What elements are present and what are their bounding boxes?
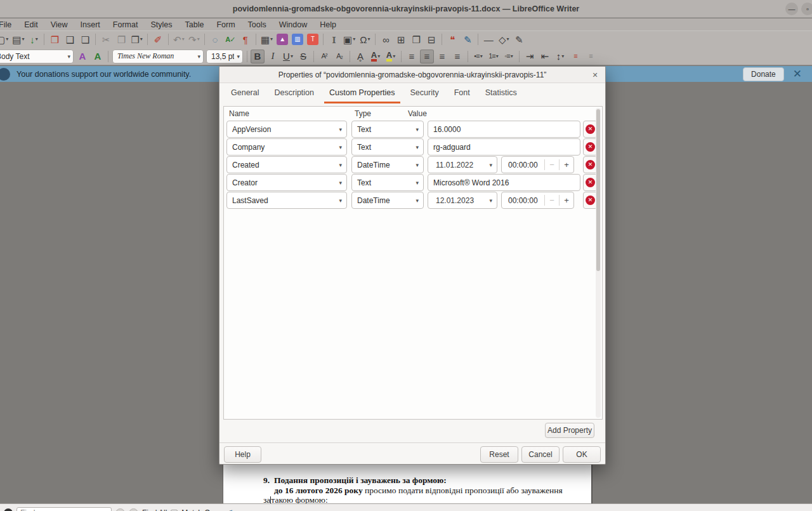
track-changes-icon[interactable]: ✎ — [461, 32, 475, 46]
dialog-close-icon[interactable]: ✕ — [590, 70, 600, 80]
tab-font[interactable]: Font — [449, 86, 475, 103]
save-icon[interactable]: ↓▾ — [27, 32, 41, 46]
open-icon[interactable]: ▤▾ — [11, 32, 25, 46]
insert-field-icon[interactable]: ▣▾ — [342, 32, 357, 46]
paste-icon[interactable]: ❒▾ — [129, 32, 143, 46]
property-type-select[interactable]: Text▾ — [351, 174, 424, 191]
tab-statistics[interactable]: Statistics — [480, 86, 522, 103]
align-left-icon[interactable]: ≡ — [405, 50, 419, 63]
superscript-icon[interactable]: A² — [317, 50, 331, 63]
property-value-input[interactable]: 16.0000 — [428, 121, 580, 138]
underline-icon[interactable]: U▾ — [281, 50, 295, 63]
menu-format[interactable]: Format — [107, 20, 145, 30]
dialog-scrollbar[interactable] — [596, 108, 601, 418]
character-style-icon[interactable]: Ḁ — [353, 50, 367, 63]
update-style-icon[interactable]: A — [75, 50, 89, 63]
property-date-select[interactable]: 12.01.2023▾ — [428, 192, 497, 209]
scrollbar-thumb[interactable] — [596, 109, 600, 271]
help-button[interactable]: Help — [224, 446, 261, 463]
add-property-button[interactable]: Add Property — [545, 423, 594, 438]
align-center-icon[interactable]: ≡ — [420, 50, 434, 63]
italic-icon[interactable]: I — [266, 50, 280, 63]
font-name-select[interactable]: Times New Roman▾ — [112, 50, 204, 63]
insert-line-icon[interactable]: — — [481, 32, 495, 46]
highlight-color-icon[interactable]: A▾ — [384, 50, 398, 63]
property-type-select[interactable]: DateTime▾ — [351, 192, 424, 209]
bookmark-icon[interactable]: ❐ — [409, 32, 423, 46]
footnote-icon[interactable]: ⊞ — [394, 32, 408, 46]
font-size-select[interactable]: 13,5 pt▾ — [206, 50, 243, 63]
print-preview-icon[interactable]: ❏ — [78, 32, 92, 46]
tab-description[interactable]: Description — [269, 86, 319, 103]
insert-image-icon[interactable]: ▲ — [275, 32, 289, 46]
paragraph-spacing-increase-icon[interactable]: ≡ — [568, 50, 582, 63]
menu-edit[interactable]: Edit — [18, 20, 44, 30]
paragraph-spacing-decrease-icon[interactable]: ≡ — [584, 50, 598, 63]
reset-button[interactable]: Reset — [480, 446, 518, 463]
property-value-input[interactable]: Microsoft® Word 2016 — [428, 174, 580, 191]
find-input[interactable]: Find ▾ — [16, 507, 112, 511]
export-pdf-icon[interactable]: ❒ — [48, 32, 62, 46]
property-name-select[interactable]: LastSaved▾ — [226, 192, 347, 209]
redo-icon[interactable]: ↷▾ — [187, 32, 201, 46]
cancel-button[interactable]: Cancel — [521, 446, 560, 463]
insert-comment-icon[interactable]: ❝ — [445, 32, 459, 46]
property-name-select[interactable]: Created▾ — [226, 156, 347, 173]
menu-window[interactable]: Window — [273, 20, 313, 30]
infobar-close-icon[interactable]: ✕ — [793, 67, 802, 81]
increase-indent-icon[interactable]: ⇥ — [523, 50, 537, 63]
align-right-icon[interactable]: ≡ — [435, 50, 449, 63]
dialog-titlebar[interactable]: Properties of “povidomlennia-gromadske-o… — [219, 67, 605, 83]
ok-button[interactable]: OK — [563, 446, 601, 463]
tab-security[interactable]: Security — [405, 86, 444, 103]
menu-tools[interactable]: Tools — [242, 20, 273, 30]
tab-general[interactable]: General — [226, 86, 264, 103]
menu-table[interactable]: Table — [178, 20, 210, 30]
property-value-input[interactable]: rg-adguard — [428, 138, 580, 156]
insert-table-icon[interactable]: ▦▾ — [259, 32, 274, 46]
special-character-icon[interactable]: Ω▾ — [358, 32, 372, 46]
menu-insert[interactable]: Insert — [74, 20, 107, 30]
font-color-icon[interactable]: A▾ — [369, 50, 383, 63]
new-document-icon[interactable]: ▢▾ — [0, 32, 10, 46]
find-next-button[interactable] — [129, 508, 138, 511]
menu-styles[interactable]: Styles — [144, 20, 178, 30]
find-replace-icon[interactable]: ◌ — [208, 32, 222, 46]
time-decrement-button[interactable]: − — [545, 196, 559, 205]
maximize-button[interactable]: ▫ — [801, 3, 812, 15]
tab-custom-properties[interactable]: Custom Properties — [324, 86, 400, 103]
find-all-label[interactable]: Find All — [142, 508, 167, 511]
formatting-marks-icon[interactable]: ¶ — [239, 32, 252, 46]
unordered-list-icon[interactable]: •≡▾ — [471, 50, 485, 63]
time-decrement-button[interactable]: − — [545, 160, 559, 169]
find-previous-button[interactable] — [115, 508, 125, 511]
hyperlink-icon[interactable]: ∞ — [379, 32, 393, 46]
align-justify-icon[interactable]: ≡ — [450, 50, 464, 63]
cut-icon[interactable]: ✂ — [99, 32, 113, 46]
property-type-select[interactable]: DateTime▾ — [351, 156, 424, 173]
donate-button[interactable]: Donate — [743, 67, 784, 81]
spelling-icon[interactable]: A✓ — [223, 32, 237, 46]
undo-icon[interactable]: ↶▾ — [172, 32, 186, 46]
strikethrough-icon[interactable]: S — [296, 50, 310, 63]
minimize-button[interactable]: — — [785, 3, 798, 15]
property-time-input[interactable]: 00:00:00−+ — [501, 192, 574, 209]
page-break-icon[interactable]: ][ — [327, 32, 341, 46]
property-type-select[interactable]: Text▾ — [351, 121, 424, 138]
cross-reference-icon[interactable]: ⊟ — [424, 32, 438, 46]
menu-file[interactable]: File — [0, 20, 18, 30]
paragraph-style-select[interactable]: Body Text▾ — [0, 50, 74, 63]
property-name-select[interactable]: AppVersion▾ — [226, 121, 347, 138]
bold-icon[interactable]: B — [251, 50, 265, 63]
copy-icon[interactable]: ❐ — [114, 32, 128, 46]
property-name-select[interactable]: Creator▾ — [226, 174, 347, 191]
outline-list-icon[interactable]: ◦≡▾ — [502, 50, 516, 63]
clone-formatting-icon[interactable]: ✐ — [151, 32, 165, 46]
insert-textbox-icon[interactable]: T — [306, 32, 320, 46]
ordered-list-icon[interactable]: 1≡▾ — [487, 50, 501, 63]
new-style-icon[interactable]: A — [91, 50, 105, 63]
menu-view[interactable]: View — [44, 20, 74, 30]
find-close-icon[interactable]: ✕ — [4, 508, 13, 511]
property-type-select[interactable]: Text▾ — [351, 138, 424, 156]
basic-shapes-icon[interactable]: ◇▾ — [497, 32, 511, 46]
